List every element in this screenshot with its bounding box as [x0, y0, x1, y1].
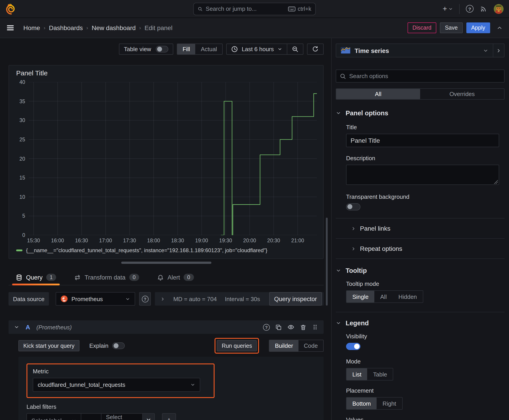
tab-overrides[interactable]: Overrides	[420, 89, 504, 99]
breadcrumb: Home › Dashboards › New dashboard › Edit…	[23, 24, 172, 31]
tab-query[interactable]: Query 1	[12, 270, 60, 285]
builder-option[interactable]: Builder	[270, 340, 298, 351]
legend-placement-right[interactable]: Right	[377, 398, 402, 409]
series-label[interactable]: {__name__="cloudflared_tunnel_total_requ…	[26, 247, 267, 254]
chart-plot-area[interactable]	[29, 82, 317, 235]
breadcrumb-new-dashboard[interactable]: New dashboard	[91, 24, 136, 31]
visualization-name: Time series	[355, 47, 389, 54]
chevron-down-icon	[277, 47, 282, 52]
tab-transform[interactable]: Transform data 0	[71, 270, 143, 285]
clock-icon	[231, 46, 238, 52]
remove-filter-button[interactable]: ✕	[143, 413, 155, 420]
discard-button[interactable]: Discard	[408, 22, 436, 33]
all-overrides-tabs: All Overrides	[336, 88, 504, 100]
duplicate-query-button[interactable]	[275, 324, 282, 330]
plus-icon: +	[443, 4, 447, 13]
breadcrumb-dashboards[interactable]: Dashboards	[49, 24, 83, 31]
drag-query-handle[interactable]	[312, 324, 318, 330]
resize-grip-icon[interactable]	[494, 180, 498, 184]
chart-legend: {__name__="cloudflared_tunnel_total_requ…	[9, 245, 323, 258]
actual-option[interactable]: Actual	[196, 44, 222, 54]
tooltip-mode-all[interactable]: All	[374, 291, 393, 302]
tooltip-mode-single[interactable]: Single	[347, 291, 374, 302]
collapse-options-button[interactable]	[496, 25, 503, 31]
kick-start-button[interactable]: Kick start your query	[18, 340, 79, 351]
time-range-picker[interactable]: Last 6 hours	[227, 44, 287, 54]
series-color-marker	[16, 249, 23, 251]
global-search[interactable]: ctrl+k	[193, 2, 316, 15]
legend-visibility-toggle[interactable]	[346, 343, 360, 350]
query-help-button[interactable]: ?	[263, 324, 270, 330]
news-button[interactable]	[480, 5, 487, 13]
select-label-dropdown[interactable]: Select label	[26, 413, 81, 420]
toggle-query-visibility-button[interactable]	[287, 323, 295, 331]
close-icon: ✕	[146, 417, 151, 420]
visualization-picker[interactable]: Time series	[336, 44, 493, 57]
panel-preview: Panel Title 0510152025303540 15:3016:001…	[8, 65, 324, 259]
panel-title-input[interactable]	[346, 134, 499, 147]
tooltip-mode-hidden[interactable]: Hidden	[393, 291, 423, 302]
fill-option[interactable]: Fill	[177, 44, 195, 54]
legend-placement-bottom[interactable]: Bottom	[347, 398, 377, 409]
panel-description-input[interactable]	[346, 165, 499, 185]
tooltip-section-header[interactable]: Tooltip	[336, 267, 504, 274]
table-view-control: Table view	[119, 44, 173, 55]
save-button[interactable]: Save	[440, 22, 463, 33]
grafana-logo[interactable]	[5, 3, 17, 15]
plus-icon: +	[167, 416, 171, 420]
x-axis-tick: 20:30	[267, 238, 280, 243]
transform-icon	[74, 274, 81, 281]
resize-drag-handle[interactable]	[121, 262, 211, 264]
interval-stat: Interval = 30s	[225, 295, 260, 302]
options-search[interactable]	[336, 69, 504, 82]
datasource-value: Prometheus	[71, 295, 103, 302]
alert-count-badge: 0	[183, 274, 194, 281]
legend-section-header[interactable]: Legend	[336, 320, 504, 327]
refresh-group	[307, 44, 324, 55]
panel-options-header[interactable]: Panel options	[336, 110, 504, 117]
code-option[interactable]: Code	[298, 340, 323, 351]
chevron-down-icon	[336, 320, 341, 326]
active-tab-underline	[12, 284, 60, 285]
metric-select[interactable]: cloudflared_tunnel_total_requests	[33, 378, 200, 392]
refresh-button[interactable]	[307, 44, 323, 54]
user-avatar[interactable]	[494, 4, 504, 14]
query-inspector-button[interactable]: Query inspector	[269, 292, 322, 306]
x-axis-tick: 15:30	[27, 238, 40, 243]
trash-icon	[300, 324, 307, 330]
apply-button[interactable]: Apply	[466, 22, 490, 33]
datasource-picker[interactable]: Prometheus	[56, 292, 135, 306]
options-search-input[interactable]	[349, 73, 501, 79]
tab-alert[interactable]: Alert 0	[153, 270, 197, 285]
table-view-toggle[interactable]	[156, 46, 168, 52]
tab-all[interactable]: All	[336, 89, 420, 99]
left-pane-scrollbar[interactable]	[326, 218, 328, 306]
global-search-input[interactable]	[206, 5, 285, 12]
new-menu-button[interactable]: +	[443, 4, 453, 13]
metric-label: Metric	[33, 368, 208, 375]
transparent-background-toggle[interactable]	[346, 203, 360, 210]
add-filter-button[interactable]: +	[162, 413, 176, 420]
legend-placement-label: Placement	[346, 387, 504, 394]
breadcrumb-separator: ›	[139, 25, 141, 30]
shortcut-hint: ctrl+k	[288, 6, 311, 12]
chevron-up-icon	[496, 25, 503, 31]
legend-mode-table[interactable]: Table	[367, 368, 393, 380]
panel-links-section[interactable]: Panel links	[351, 225, 504, 232]
query-row-header[interactable]: A (Prometheus) ?	[8, 320, 324, 334]
legend-mode-list[interactable]: List	[347, 368, 367, 380]
operator-dropdown[interactable]: =	[81, 413, 101, 420]
zoom-out-button[interactable]	[287, 44, 303, 54]
explain-toggle[interactable]	[112, 342, 125, 349]
select-value-dropdown[interactable]: Select value	[101, 413, 143, 420]
time-series-viz-icon	[341, 47, 350, 54]
delete-query-button[interactable]	[300, 324, 307, 330]
help-button[interactable]: ?	[466, 5, 473, 13]
collapse-pane-button[interactable]	[493, 44, 504, 57]
repeat-options-section[interactable]: Repeat options	[351, 245, 504, 252]
breadcrumb-home[interactable]: Home	[23, 24, 40, 31]
mega-menu-toggle[interactable]	[6, 24, 14, 32]
datasource-help-button[interactable]: ?	[139, 292, 151, 306]
edit-panel-content: Table view Fill Actual Last 6 hours	[0, 38, 509, 420]
run-queries-button[interactable]: Run queries	[217, 340, 257, 351]
